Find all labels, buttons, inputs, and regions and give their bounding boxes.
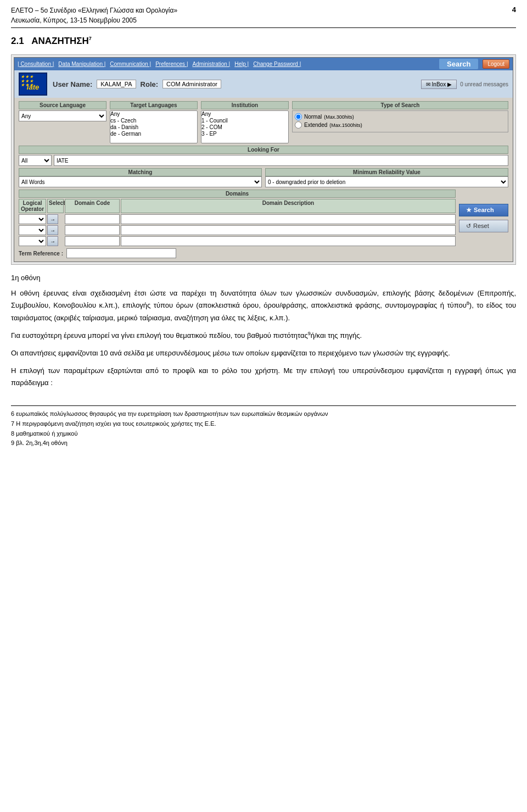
topbar-links: | Consultation | Data Manipulation | Com… (18, 61, 301, 67)
domain-row2-select-btn[interactable]: → (47, 225, 58, 235)
iate-app: | Consultation | Data Manipulation | Com… (14, 57, 513, 262)
institution-label: Institution (201, 101, 289, 109)
para-3: Οι απαντήσεις εμφανίζονται 10 ανά σελίδα… (11, 347, 516, 359)
extended-label: Extended (304, 122, 327, 128)
section-heading: ΑΝΑΖΗΤΗΣΗ (31, 36, 89, 46)
inbox-label: InBox (432, 81, 446, 87)
iate-form: Source Language Any Target Languages Any… (14, 98, 513, 262)
extended-max: (Max.1500hits) (329, 123, 362, 128)
para-2: Για ευστοχότερη έρευνα μπορεί να γίνει ε… (11, 330, 516, 342)
matching-reliability-row: Matching All Words Minimum Reliability V… (19, 168, 508, 187)
institution-group: Institution Any 1 - Council 2 - COM 3 - … (201, 101, 289, 143)
nav-help[interactable]: Help | (234, 61, 249, 67)
role-label: Role: (141, 80, 159, 88)
target-languages-group: Target Languages Any cs - Czech da - Dan… (110, 101, 198, 143)
screen-label: 1η οθόνη (11, 274, 516, 282)
type-of-search-label: Type of Search (292, 101, 508, 109)
para2-start: Για ευστοχότερη έρευνα μπορεί να γίνει ε… (11, 331, 308, 340)
domain-header-desc: Domain Description (121, 199, 456, 213)
page-number: 4 (512, 5, 516, 14)
inbox-button[interactable]: ✉ InBox ▶ (421, 80, 457, 89)
domain-row-3: → (19, 236, 456, 246)
source-language-select[interactable]: Any (19, 110, 106, 121)
page-container: ΕΛΕΤΟ – 5ο Συνέδριο «Ελληνική Γλώσσα και… (0, 0, 527, 459)
username-label: User Name: (53, 80, 92, 88)
inbox-arrow: ▶ (447, 81, 452, 87)
extended-radio-row: Extended (Max.1500hits) (295, 121, 506, 129)
nav-change-password[interactable]: Change Password | (253, 61, 301, 67)
action-buttons: ★ Search ↺ Reset (459, 190, 508, 246)
min-reliability-group: Minimum Reliability Value 0 - downgraded… (265, 168, 508, 187)
term-reference-row: Term Reference : (19, 248, 508, 258)
role-value: COM Administrator (162, 80, 221, 88)
domain-row3-code[interactable] (65, 236, 120, 246)
min-reliability-select[interactable]: 0 - downgraded prior to deletion (265, 176, 508, 187)
normal-radio-row: Normal (Max.300hits) (295, 113, 506, 120)
matching-label: Matching (19, 168, 262, 176)
unread-messages: 0 unread messages (460, 81, 508, 87)
domain-row1-code[interactable] (65, 214, 120, 224)
domains-area: Domains Logical Operator Select Domain C… (19, 190, 456, 246)
nav-consultation[interactable]: | Consultation | (18, 61, 54, 67)
domain-headers: Logical Operator Select Domain Code Doma… (19, 199, 456, 213)
domain-row2-desc[interactable] (121, 225, 456, 235)
domain-row-2: → (19, 225, 456, 235)
normal-radio[interactable] (295, 113, 302, 120)
domain-header-logical: Logical Operator (19, 199, 46, 213)
footnote-6: 6 ευρωπαϊκός πολύγλωσσος θησαυρός για τη… (11, 409, 516, 419)
domains-buttons-row: Domains Logical Operator Select Domain C… (19, 190, 508, 246)
domain-header-code: Domain Code (65, 199, 120, 213)
matching-select[interactable]: All Words (19, 176, 262, 187)
looking-for-select[interactable]: All (19, 155, 52, 166)
search-star-icon: ★ (466, 207, 472, 214)
domains-label: Domains (19, 190, 456, 198)
target-languages-label: Target Languages (110, 101, 198, 109)
inbox-icon: ✉ (426, 81, 430, 87)
domain-row1-select-btn[interactable]: → (47, 214, 58, 224)
para-4: Η επιλογή των παραμέτρων εξαρτώνται από … (11, 365, 516, 389)
domain-row2-logical[interactable] (19, 225, 46, 235)
logout-button[interactable]: Logout (483, 59, 509, 69)
search-button[interactable]: ★ Search (459, 204, 508, 216)
reset-button[interactable]: ↺ Reset (459, 220, 508, 232)
doc-header-left: ΕΛΕΤΟ – 5ο Συνέδριο «Ελληνική Γλώσσα και… (11, 5, 177, 25)
extended-radio[interactable] (295, 121, 302, 129)
footnote-9: 9 βλ. 2η,3η,4η οθόνη (11, 438, 516, 448)
nav-administration[interactable]: Administration | (192, 61, 230, 67)
screen-label-text: 1η οθόνη (11, 274, 41, 282)
iate-topbar: | Consultation | Data Manipulation | Com… (14, 58, 513, 70)
footnote-8: 8 μαθηματικού ή χημικού (11, 429, 516, 439)
location-date: Λευκωσία, Κύπρος, 13-15 Νοεμβρίου 2005 (11, 15, 177, 25)
footnote-7: 7 Η περιγραφόμενη αναζήτηση ισχύει για τ… (11, 419, 516, 429)
domain-row3-select-btn[interactable]: → (47, 236, 58, 246)
type-of-search-options: Normal (Max.300hits) Extended (Max.1500h… (292, 110, 508, 132)
domain-row1-desc[interactable] (121, 214, 456, 224)
target-languages-select[interactable]: Any cs - Czech da - Danish de - German (110, 110, 198, 143)
search-title: Search (439, 59, 478, 69)
domain-row1-logical[interactable] (19, 214, 46, 224)
reset-btn-label: Reset (473, 223, 489, 229)
domain-row2-code[interactable] (65, 225, 120, 235)
term-reference-input[interactable] (66, 248, 176, 258)
source-language-group: Source Language Any (19, 101, 106, 143)
section-number: 2.1 (11, 36, 24, 46)
search-btn-label: Search (474, 207, 494, 213)
type-of-search-group: Type of Search Normal (Max.300hits) Exte… (292, 101, 508, 143)
footnote-area: 6 ευρωπαϊκός πολύγλωσσος θησαυρός για τη… (11, 405, 516, 448)
username-value: KALAM_PA (97, 80, 136, 88)
looking-for-inputs: All (19, 155, 508, 166)
normal-max: (Max.300hits) (324, 114, 354, 120)
domain-header-select: Select (47, 199, 64, 213)
reset-icon: ↺ (466, 223, 471, 230)
nav-preferences[interactable]: Preferences | (155, 61, 188, 67)
domain-row3-logical[interactable] (19, 236, 46, 246)
nav-communication[interactable]: Communication | (110, 61, 151, 67)
matching-group: Matching All Words (19, 168, 262, 187)
org-name: ΕΛΕΤΟ – 5ο Συνέδριο «Ελληνική Γλώσσα και… (11, 5, 177, 15)
domain-row3-desc[interactable] (121, 236, 456, 246)
section-title: 2.1 ΑΝΑΖΗΤΗΣΗ7 (11, 36, 516, 47)
normal-label: Normal (304, 114, 322, 120)
looking-for-input[interactable] (54, 155, 508, 166)
nav-data-manipulation[interactable]: Data Manipulation | (58, 61, 105, 67)
institution-select[interactable]: Any 1 - Council 2 - COM 3 - EP (201, 110, 289, 143)
